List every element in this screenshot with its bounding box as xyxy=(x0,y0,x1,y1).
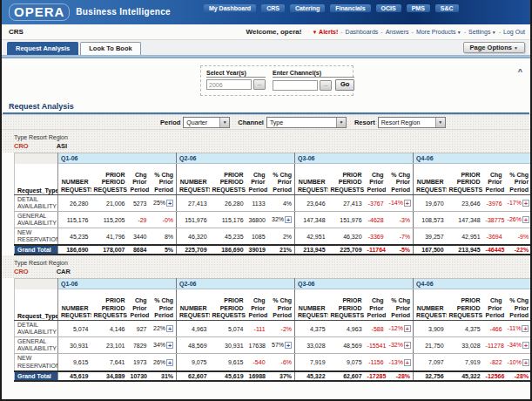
table-row: DETAIL AVAILABILITY5,0744,14692722%+4,96… xyxy=(15,321,532,337)
drill-down-icon[interactable]: + xyxy=(404,200,411,207)
utility-link-alerts-[interactable]: ▼ Alerts! xyxy=(312,29,338,35)
welcome-text: Welcome, opera! xyxy=(246,28,302,36)
breadcrumb: CRS xyxy=(9,28,24,36)
opera-logo: OPERA xyxy=(9,3,70,21)
utility-link-answers[interactable]: Answers xyxy=(386,29,409,35)
chevron-down-icon: ▼ xyxy=(490,30,495,35)
utility-link-log-out[interactable]: Log Out xyxy=(503,29,525,35)
filter-select-resort[interactable]: Resort Region▼ xyxy=(378,117,446,128)
cell-number-requests: 4,375 xyxy=(295,321,328,337)
cell-number-requests: 213,945 xyxy=(295,245,328,255)
cell-number-requests: 45,322 xyxy=(295,371,328,381)
banner-nav-item-catering[interactable]: Catering xyxy=(290,4,325,12)
cell-number-requests: 19,670 xyxy=(414,195,447,212)
drill-down-icon[interactable]: + xyxy=(166,359,173,366)
cell-pct-chg-prior-period: -26%+ xyxy=(505,212,532,228)
tab-request-analysis[interactable]: Request Analysis xyxy=(7,42,78,55)
cell-pct-chg-prior-period: -28% xyxy=(387,371,414,381)
measure-header: % Chg Prior Period xyxy=(505,289,532,321)
cell-chg-prior-period: -822 xyxy=(483,354,505,371)
cell-chg-prior-period: -3976 xyxy=(483,195,505,212)
banner-nav-item-my-dashboard[interactable]: My Dashboard xyxy=(204,4,256,12)
drill-down-icon[interactable]: + xyxy=(404,342,411,349)
cell-prior-period-requests: 115,176 xyxy=(210,212,246,228)
cell-chg-prior-period: -540 xyxy=(246,354,268,371)
cell-pct-chg-prior-period: 2% xyxy=(268,228,295,246)
cell-pct-chg-prior-period: 26%+ xyxy=(150,354,177,371)
drill-down-icon[interactable]: + xyxy=(404,359,411,366)
filter-label-period: Period xyxy=(160,119,180,126)
cell-prior-period-requests: 9,615 xyxy=(210,354,246,371)
banner-nav-item-financials[interactable]: Financials xyxy=(330,4,370,12)
cro-value[interactable]: CRO xyxy=(14,268,29,275)
channel-input[interactable] xyxy=(273,80,318,91)
year-browse-button[interactable]: ... xyxy=(253,79,266,90)
cell-chg-prior-period: -1156 xyxy=(365,354,387,371)
measure-header: NUMBER REQUESTS xyxy=(295,164,328,195)
drill-down-icon[interactable]: + xyxy=(166,200,173,207)
cell-prior-period-requests: 48,569 xyxy=(328,337,365,354)
measure-header: NUMBER REQUESTS xyxy=(177,289,210,321)
cell-pct-chg-prior-period: -13%+ xyxy=(387,354,414,371)
top-banner: OPERA Business Intelligence My Dashboard… xyxy=(2,0,530,24)
drill-down-icon[interactable]: + xyxy=(285,216,292,223)
dashboard-tab-bar: Request AnalysisLook To Book Page Option… xyxy=(2,40,530,55)
utility-link-settings[interactable]: Settings ▼ xyxy=(468,29,496,35)
cro-value[interactable]: CRO xyxy=(14,142,29,150)
drill-down-icon[interactable]: + xyxy=(285,342,292,349)
drill-down-icon[interactable]: + xyxy=(166,325,173,332)
cell-chg-prior-period: -4628 xyxy=(365,212,387,228)
drill-down-icon[interactable]: + xyxy=(522,325,529,332)
cell-pct-chg-prior-period: 37% xyxy=(268,371,295,381)
cell-number-requests: 42,951 xyxy=(295,228,328,246)
cell-pct-chg-prior-period: -32%+ xyxy=(387,337,414,354)
utility-link-dashboards[interactable]: Dashboards xyxy=(346,29,379,35)
corner-cell xyxy=(15,279,58,289)
cell-chg-prior-period: -46445 xyxy=(483,245,505,255)
cell-pct-chg-prior-period: -12%+ xyxy=(387,321,414,337)
tab-look-to-book[interactable]: Look To Book xyxy=(80,42,140,55)
filter-select-channel[interactable]: Type▼ xyxy=(266,117,347,128)
alerts-icon: ▼ xyxy=(312,30,317,35)
cell-prior-period-requests: 45,322 xyxy=(447,371,483,381)
region-value: ASI xyxy=(57,142,68,150)
cell-chg-prior-period: -3767 xyxy=(365,195,387,212)
row-label: GENERAL AVAILABILITY xyxy=(15,212,58,228)
cell-pct-chg-prior-period: -22% xyxy=(505,245,532,255)
drill-down-icon[interactable]: + xyxy=(404,325,411,332)
utility-link-more-products[interactable]: More Products ▼ xyxy=(416,29,461,35)
drill-down-icon[interactable]: + xyxy=(522,359,529,366)
cell-pct-chg-prior-period: 22%+ xyxy=(150,321,177,337)
cell-prior-period-requests: 45,619 xyxy=(210,371,246,381)
cell-number-requests: 46,320 xyxy=(177,228,210,246)
cell-prior-period-requests: 186,690 xyxy=(210,245,246,255)
filter-select-period[interactable]: Quarter▼ xyxy=(183,117,230,128)
drill-down-icon[interactable]: + xyxy=(166,342,173,349)
cell-prior-period-requests: 33,028 xyxy=(447,337,483,354)
cell-chg-prior-period: 1085 xyxy=(246,228,268,246)
channel-browse-button[interactable]: ... xyxy=(320,80,332,91)
cell-prior-period-requests: 151,976 xyxy=(328,212,365,228)
go-button[interactable]: Go xyxy=(335,79,354,91)
drill-down-icon[interactable]: + xyxy=(522,342,529,349)
cell-prior-period-requests: 42,951 xyxy=(447,228,483,246)
cell-prior-period-requests: 147,348 xyxy=(447,212,483,228)
cell-number-requests: 151,976 xyxy=(177,212,210,228)
cell-prior-period-requests: 30,931 xyxy=(210,337,246,354)
cell-chg-prior-period: 1973 xyxy=(128,354,150,371)
banner-nav-item-ocis[interactable]: OCIS xyxy=(376,4,401,12)
breadcrumb-bar: CRS Welcome, opera! ▼ Alerts!-Dashboards… xyxy=(2,24,530,40)
cell-pct-chg-prior-period: 25%+ xyxy=(150,195,177,212)
table-row: GENERAL AVAILABILITY115,176115,205-29-0%… xyxy=(15,212,532,228)
banner-nav-item-pms[interactable]: PMS xyxy=(407,4,430,12)
drill-down-icon[interactable]: + xyxy=(522,200,529,207)
banner-nav-item-s-c[interactable]: S&C xyxy=(435,4,459,12)
year-input[interactable] xyxy=(206,79,252,90)
banner-nav-item-crs[interactable]: CRS xyxy=(261,4,285,12)
dimension-label: Type Resort Region xyxy=(14,260,530,266)
report-title: Request Analysis xyxy=(9,102,530,111)
drill-down-icon[interactable]: + xyxy=(522,216,529,223)
cell-number-requests: 9,615 xyxy=(58,354,91,371)
page-options-button[interactable]: Page Options ▼ xyxy=(463,42,525,53)
collapse-section-icon[interactable]: ^ xyxy=(518,68,522,75)
